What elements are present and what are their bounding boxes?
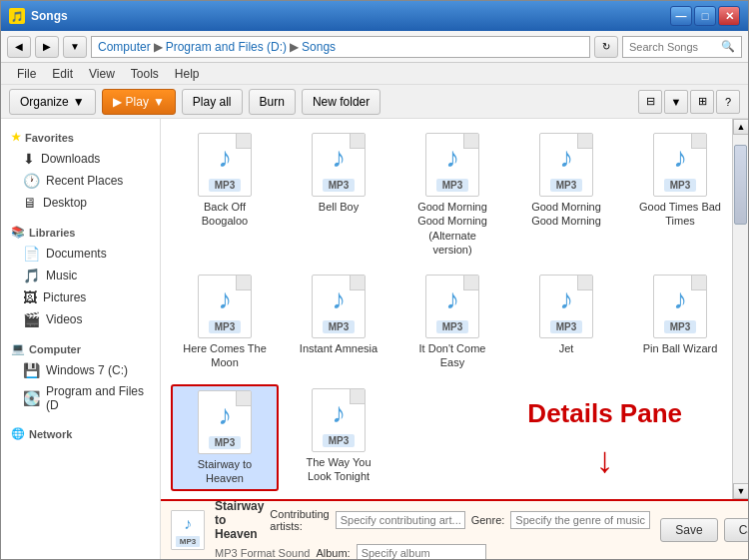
forward-button[interactable]: ▶ [35, 36, 59, 58]
music-note-icon: ♪ [218, 142, 232, 174]
file-name-good-morning-alt: Good Morning Good Morning (Alternate ver… [417, 200, 487, 257]
favorites-section: ★ Favorites ⬇ Downloads 🕐 Recent Places … [1, 127, 160, 214]
burn-button[interactable]: Burn [249, 89, 296, 115]
refresh-button[interactable]: ↻ [594, 36, 618, 58]
explorer-window: 🎵 Songs — □ ✕ ◀ ▶ ▼ Computer ▶ Program a… [0, 0, 749, 560]
file-icon-the-way-you: ♪ MP3 [307, 388, 371, 452]
save-button[interactable]: Save [660, 518, 717, 542]
file-icon-it-dont-come-easy: ♪ MP3 [420, 275, 484, 338]
file-item-stairway-to-heaven[interactable]: ♪ MP3 Stairway to Heaven [171, 384, 279, 492]
sidebar-item-recent[interactable]: 🕐 Recent Places [1, 170, 160, 192]
file-item-here-comes-moon[interactable]: ♪ MP3 Here Comes The Moon [171, 271, 279, 374]
file-item-pin-ball-wizard[interactable]: ♪ MP3 Pin Ball Wizard [626, 271, 732, 374]
file-name-stairway-to-heaven: Stairway to Heaven [198, 457, 252, 486]
favorites-title[interactable]: ★ Favorites [1, 127, 160, 148]
menu-help[interactable]: Help [167, 65, 208, 83]
file-item-good-morning-alt[interactable]: ♪ MP3 Good Morning Good Morning (Alterna… [398, 129, 506, 261]
network-title[interactable]: 🌐 Network [1, 423, 160, 444]
music-note-icon: ♪ [559, 142, 573, 174]
music-note-icon: ♪ [559, 283, 573, 315]
downloads-label: Downloads [41, 152, 100, 166]
menu-tools[interactable]: Tools [123, 65, 167, 83]
back-button[interactable]: ◀ [7, 36, 31, 58]
computer-label: Computer [29, 343, 81, 355]
sidebar-item-windows7[interactable]: 💾 Windows 7 (C:) [1, 359, 160, 381]
play-button[interactable]: ▶ Play ▼ [102, 89, 176, 115]
menu-view[interactable]: View [81, 65, 123, 83]
drive-d-icon: 💽 [23, 390, 40, 406]
file-item-the-way-you[interactable]: ♪ MP3 The Way You Look Tonight [285, 384, 392, 492]
file-icon-good-morning: ♪ MP3 [534, 133, 598, 197]
file-item-jet[interactable]: ♪ MP3 Jet [512, 271, 620, 374]
sidebar-item-programfiles[interactable]: 💽 Program and Files (D [1, 381, 160, 415]
file-icon-jet: ♪ MP3 [534, 275, 598, 338]
sidebar-item-videos[interactable]: 🎬 Videos [1, 308, 160, 330]
file-item-good-times[interactable]: ♪ MP3 Good Times Bad Times [626, 129, 732, 261]
maximize-button[interactable]: □ [694, 6, 716, 26]
file-grid: ♪ MP3 Back Off Boogaloo ♪ MP3 [171, 129, 722, 491]
minimize-button[interactable]: — [670, 6, 692, 26]
window-icon: 🎵 [9, 8, 25, 24]
menu-edit[interactable]: Edit [44, 65, 81, 83]
toolbar: Organize ▼ ▶ Play ▼ Play all Burn New fo… [1, 85, 748, 119]
documents-label: Documents [46, 247, 107, 261]
play-arrow: ▼ [153, 95, 165, 109]
file-item-back-off-boogaloo[interactable]: ♪ MP3 Back Off Boogaloo [171, 129, 279, 261]
details-file-icon: ♪ MP3 [171, 510, 205, 550]
recent-button[interactable]: ▼ [63, 36, 87, 58]
sidebar-item-documents[interactable]: 📄 Documents [1, 243, 160, 265]
computer-section: 💻 Computer 💾 Windows 7 (C:) 💽 Program an… [1, 338, 160, 415]
file-icon-pin-ball-wizard: ♪ MP3 [648, 275, 712, 338]
sidebar-item-desktop[interactable]: 🖥 Desktop [1, 192, 160, 214]
videos-label: Videos [46, 312, 82, 326]
file-item-bell-boy[interactable]: ♪ MP3 Bell Boy [285, 129, 392, 261]
organize-button[interactable]: Organize ▼ [9, 89, 96, 115]
details-music-note-icon: ♪ [184, 515, 192, 533]
search-icon[interactable]: 🔍 [721, 40, 735, 53]
computer-title[interactable]: 💻 Computer [1, 338, 160, 359]
sidebar-item-downloads[interactable]: ⬇ Downloads [1, 148, 160, 170]
cancel-button[interactable]: Cancel [724, 518, 748, 542]
search-input[interactable] [629, 41, 719, 53]
file-icon-back-off-boogaloo: ♪ MP3 [193, 133, 257, 197]
details-contributing-input[interactable] [336, 511, 465, 529]
file-icon-here-comes-moon: ♪ MP3 [193, 275, 257, 338]
music-note-icon: ♪ [445, 283, 459, 315]
path-drive[interactable]: Program and Files (D:) [166, 40, 287, 54]
help-button[interactable]: ? [716, 90, 740, 114]
play-all-button[interactable]: Play all [182, 89, 243, 115]
file-area-wrapper: ♪ MP3 Back Off Boogaloo ♪ MP3 [161, 119, 748, 559]
title-bar: 🎵 Songs — □ ✕ [1, 1, 748, 31]
new-folder-button[interactable]: New folder [302, 89, 380, 115]
details-subtitle: MP3 Format Sound [215, 547, 310, 559]
tile-view-button[interactable]: ⊞ [690, 90, 714, 114]
music-icon: 🎵 [23, 268, 40, 283]
details-album-input[interactable] [357, 544, 486, 560]
music-label: Music [46, 269, 77, 282]
drive-c-icon: 💾 [23, 362, 40, 378]
file-item-instant-amnesia[interactable]: ♪ MP3 Instant Amnesia [285, 271, 392, 374]
music-note-icon: ♪ [673, 142, 687, 174]
details-view-button[interactable]: ▼ [664, 90, 688, 114]
sidebar-item-pictures[interactable]: 🖼 Pictures [1, 286, 160, 308]
file-item-good-morning[interactable]: ♪ MP3 Good Morning Good Morning [512, 129, 620, 261]
desktop-icon: 🖥 [23, 195, 37, 211]
sidebar: ★ Favorites ⬇ Downloads 🕐 Recent Places … [1, 119, 161, 559]
libraries-title[interactable]: 📚 Libraries [1, 222, 160, 243]
music-note-icon: ♪ [218, 399, 232, 431]
file-item-it-dont-come-easy[interactable]: ♪ MP3 It Don't Come Easy [398, 271, 506, 374]
file-name-instant-amnesia: Instant Amnesia [300, 341, 377, 355]
sidebar-item-music[interactable]: 🎵 Music [1, 265, 160, 286]
details-genre-input[interactable] [510, 511, 650, 529]
close-button[interactable]: ✕ [718, 6, 740, 26]
scroll-up-button[interactable]: ▲ [733, 119, 748, 135]
address-path[interactable]: Computer ▶ Program and Files (D:) ▶ Song… [91, 36, 590, 58]
path-folder[interactable]: Songs [302, 40, 336, 54]
path-computer[interactable]: Computer [98, 40, 151, 54]
scroll-thumb[interactable] [734, 145, 747, 225]
videos-icon: 🎬 [23, 311, 40, 327]
scroll-down-button[interactable]: ▼ [733, 483, 748, 499]
list-view-button[interactable]: ⊟ [638, 90, 662, 114]
menu-file[interactable]: File [9, 65, 44, 83]
star-icon: ★ [11, 131, 21, 144]
